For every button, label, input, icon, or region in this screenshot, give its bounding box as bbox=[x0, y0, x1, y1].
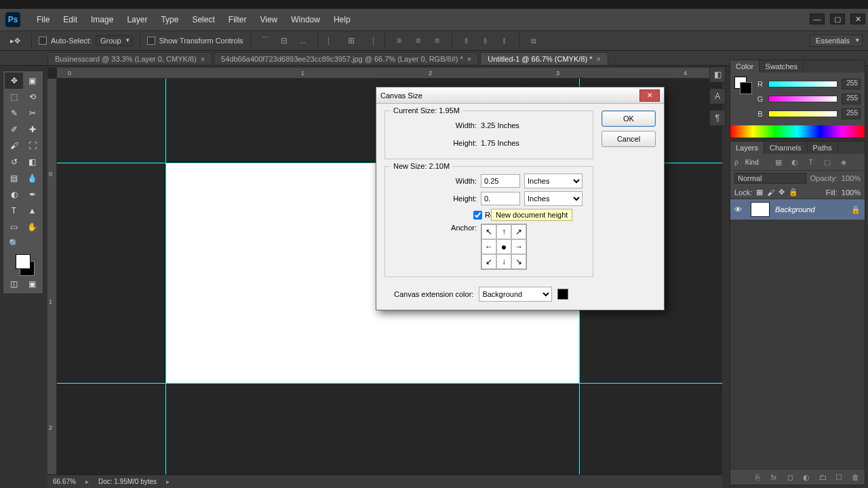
filter-pixels-icon[interactable]: ▦ bbox=[772, 157, 785, 167]
quickmask-icon[interactable]: ◫ bbox=[5, 276, 23, 292]
lock-all-icon[interactable]: 🔒 bbox=[789, 188, 798, 197]
anchor-w[interactable]: ← bbox=[481, 239, 496, 254]
align-bottom-icon[interactable]: ⎵ bbox=[296, 33, 311, 48]
dialog-titlebar[interactable]: Canvas Size ✕ bbox=[376, 87, 664, 104]
tab-channels[interactable]: Channels bbox=[764, 142, 807, 154]
3d-mode-icon[interactable]: ⧈ bbox=[526, 33, 541, 48]
dialog-close-icon[interactable]: ✕ bbox=[639, 89, 660, 102]
document-tab[interactable]: 54db66a400f723d6893ee23cc89c3957.jpg @ 6… bbox=[214, 52, 479, 65]
show-transform-checkbox[interactable] bbox=[147, 37, 155, 45]
link-layers-icon[interactable]: ⎘ bbox=[752, 472, 763, 483]
path-select-tool-icon[interactable]: ▲ bbox=[23, 203, 41, 219]
layer-name[interactable]: Background bbox=[775, 205, 815, 214]
filter-type-icon[interactable]: T bbox=[805, 157, 817, 167]
hand-tool-icon[interactable]: ✋ bbox=[23, 219, 41, 235]
menu-filter[interactable]: Filter bbox=[222, 12, 254, 27]
anchor-nw[interactable]: ↖ bbox=[481, 224, 496, 239]
blur-tool-icon[interactable]: 💧 bbox=[23, 170, 41, 186]
crop-tool-icon[interactable]: ✂ bbox=[23, 105, 41, 121]
layer-row[interactable]: 👁 Background 🔒 bbox=[730, 199, 865, 220]
move-tool-icon[interactable]: ✥ bbox=[5, 73, 23, 89]
distribute-left-icon[interactable]: ⦀ bbox=[459, 33, 474, 48]
doc-info[interactable]: Doc: 1.95M/0 bytes bbox=[98, 478, 157, 485]
quick-select-tool-icon[interactable]: ✎ bbox=[5, 105, 23, 121]
history-brush-tool-icon[interactable]: ↺ bbox=[5, 154, 23, 170]
shape-tool-icon[interactable]: ▭ bbox=[5, 219, 23, 235]
anchor-center[interactable]: ● bbox=[496, 239, 511, 254]
cancel-button[interactable]: Cancel bbox=[601, 131, 656, 147]
height-input[interactable] bbox=[481, 192, 520, 205]
lasso-tool-icon[interactable]: ⟲ bbox=[23, 89, 41, 105]
history-panel-icon[interactable]: ◧ bbox=[709, 66, 726, 83]
new-layer-icon[interactable]: ☐ bbox=[833, 472, 844, 483]
layer-filter-dropdown[interactable]: Kind bbox=[743, 159, 768, 166]
distribute-top-icon[interactable]: ≡ bbox=[392, 33, 407, 48]
tab-paths[interactable]: Paths bbox=[808, 142, 838, 154]
anchor-n[interactable]: ↑ bbox=[496, 224, 511, 239]
dodge-tool-icon[interactable]: ◐ bbox=[5, 186, 23, 203]
auto-select-dropdown[interactable]: Group bbox=[96, 35, 133, 46]
menu-edit[interactable]: Edit bbox=[56, 12, 84, 27]
align-vcenter-icon[interactable]: ⊟ bbox=[277, 33, 292, 48]
menu-help[interactable]: Help bbox=[327, 12, 357, 27]
guide-horizontal[interactable] bbox=[57, 383, 722, 384]
anchor-ne[interactable]: ↗ bbox=[511, 224, 526, 239]
menu-layer[interactable]: Layer bbox=[120, 12, 154, 27]
menu-type[interactable]: Type bbox=[154, 12, 185, 27]
distribute-hcenter-icon[interactable]: ⦀ bbox=[478, 33, 493, 48]
layer-mask-icon[interactable]: ◻ bbox=[785, 472, 795, 483]
width-input[interactable] bbox=[481, 174, 520, 188]
window-maximize-icon[interactable]: ▢ bbox=[830, 14, 845, 24]
align-hcenter-icon[interactable]: ⊞ bbox=[344, 33, 359, 48]
menu-select[interactable]: Select bbox=[185, 12, 221, 27]
character-panel-icon[interactable]: A bbox=[709, 88, 726, 104]
paragraph-panel-icon[interactable]: ¶ bbox=[709, 110, 726, 126]
anchor-e[interactable]: → bbox=[511, 239, 526, 254]
adjustment-layer-icon[interactable]: ◐ bbox=[801, 472, 812, 483]
guide-vertical[interactable] bbox=[165, 79, 166, 474]
blue-slider[interactable] bbox=[768, 110, 837, 117]
align-left-icon[interactable]: ⎸ bbox=[325, 33, 340, 48]
green-input[interactable]: 255 bbox=[842, 94, 861, 104]
lock-position-icon[interactable]: ✥ bbox=[778, 188, 785, 197]
tab-swatches[interactable]: Swatches bbox=[760, 60, 804, 73]
filter-adjust-icon[interactable]: ◐ bbox=[789, 157, 801, 167]
tab-layers[interactable]: Layers bbox=[730, 142, 764, 154]
blend-mode-dropdown[interactable]: Normal bbox=[734, 173, 806, 184]
distribute-bottom-icon[interactable]: ≡ bbox=[430, 33, 445, 48]
type-tool-icon[interactable]: T bbox=[5, 203, 23, 219]
document-tab[interactable]: Untitled-1 @ 66.7% (CMYK/8) *× bbox=[480, 52, 608, 65]
red-slider[interactable] bbox=[768, 81, 837, 87]
width-unit-dropdown[interactable]: Inches bbox=[524, 174, 583, 188]
layer-thumbnail[interactable] bbox=[751, 202, 770, 217]
lock-transparency-icon[interactable]: ▦ bbox=[756, 188, 763, 197]
healing-tool-icon[interactable]: ✚ bbox=[23, 121, 41, 138]
document-tab[interactable]: Businesscard @ 33.3% (Layer 0, CMYK/8)× bbox=[47, 52, 212, 65]
artboard-tool-icon[interactable]: ▣ bbox=[23, 73, 41, 89]
lock-image-icon[interactable]: 🖌 bbox=[767, 188, 774, 197]
group-icon[interactable]: 🗀 bbox=[817, 472, 828, 483]
distribute-right-icon[interactable]: ⦀ bbox=[497, 33, 512, 48]
tab-color[interactable]: Color bbox=[730, 60, 760, 73]
foreground-color[interactable] bbox=[16, 254, 31, 269]
anchor-s[interactable]: ↓ bbox=[496, 254, 511, 269]
relative-checkbox[interactable] bbox=[473, 211, 482, 220]
gradient-tool-icon[interactable]: ▤ bbox=[5, 170, 23, 186]
bg-swatch[interactable] bbox=[740, 82, 752, 94]
zoom-tool-icon[interactable]: 🔍 bbox=[5, 235, 23, 251]
extension-color-swatch[interactable] bbox=[557, 289, 568, 300]
close-icon[interactable]: × bbox=[596, 55, 600, 63]
brush-tool-icon[interactable]: 🖌 bbox=[5, 138, 23, 154]
ruler-vertical[interactable]: 0 1 2 bbox=[47, 79, 57, 474]
zoom-dropdown-icon[interactable]: ▸ bbox=[85, 478, 89, 485]
menu-image[interactable]: Image bbox=[84, 12, 120, 27]
close-icon[interactable]: × bbox=[201, 55, 205, 63]
window-close-icon[interactable]: ✕ bbox=[850, 14, 865, 24]
anchor-se[interactable]: ↘ bbox=[511, 254, 526, 269]
eyedropper-tool-icon[interactable]: ✐ bbox=[5, 121, 23, 138]
delete-layer-icon[interactable]: 🗑 bbox=[850, 472, 861, 483]
menu-file[interactable]: File bbox=[30, 12, 56, 27]
eraser-tool-icon[interactable]: ◧ bbox=[23, 154, 41, 170]
window-minimize-icon[interactable]: — bbox=[810, 14, 825, 24]
distribute-vcenter-icon[interactable]: ≡ bbox=[411, 33, 426, 48]
